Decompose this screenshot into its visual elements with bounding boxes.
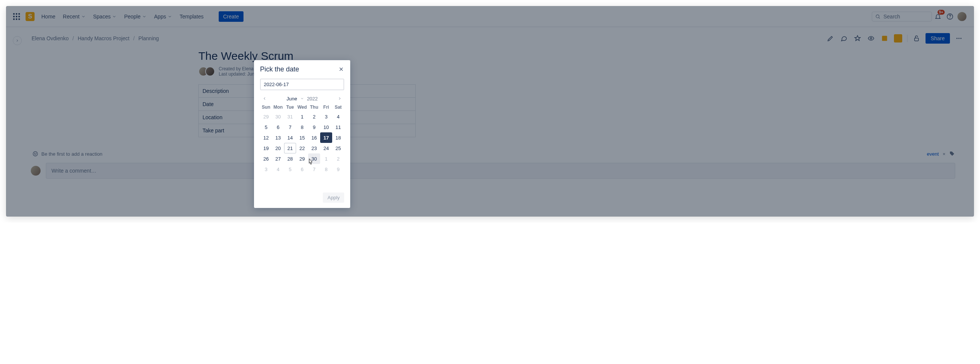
nav-apps[interactable]: Apps (154, 14, 172, 19)
create-button[interactable]: Create (219, 11, 243, 22)
app-switcher-icon[interactable] (12, 12, 21, 21)
calendar-day[interactable]: 20 (272, 143, 284, 153)
restrictions-button[interactable] (912, 34, 921, 43)
calendar-day[interactable]: 8 (296, 122, 308, 133)
nav-templates[interactable]: Templates (180, 14, 204, 19)
comment-input[interactable]: Write a comment… (46, 163, 955, 179)
prev-month-button[interactable] (260, 94, 269, 103)
watch-button[interactable] (867, 34, 875, 43)
chevron-right-icon (15, 39, 19, 43)
edit-button[interactable] (826, 34, 835, 43)
calendar-day[interactable]: 24 (320, 143, 332, 153)
calendar-day[interactable]: 6 (272, 122, 284, 133)
profile-avatar[interactable] (956, 11, 968, 22)
avatar (205, 67, 215, 76)
calendar-day[interactable]: 3 (260, 164, 272, 174)
svg-rect-1 (16, 13, 17, 15)
expand-sidebar-button[interactable] (13, 36, 22, 45)
month-select[interactable]: June (286, 96, 297, 102)
breadcrumb-item-2[interactable]: Planning (138, 35, 159, 42)
calendar-day[interactable]: 28 (284, 153, 296, 164)
calendar-day[interactable]: 29 (260, 111, 272, 122)
calendar-day[interactable]: 30 (272, 111, 284, 122)
calendar-day[interactable]: 13 (272, 133, 284, 143)
calendar-day[interactable]: 1 (296, 111, 308, 122)
site-logo[interactable]: S (25, 12, 35, 21)
help-button[interactable] (944, 11, 956, 22)
dow-header: Wed (296, 105, 308, 110)
nav-spaces[interactable]: Spaces (93, 14, 117, 19)
calendar-day[interactable]: 26 (260, 153, 272, 164)
calendar-day[interactable]: 9 (308, 122, 320, 133)
tag-event[interactable]: event (927, 151, 939, 157)
calendar-day[interactable]: 18 (332, 133, 344, 143)
calendar-day[interactable]: 7 (308, 164, 320, 174)
more-actions-button[interactable] (955, 34, 964, 43)
nav-recent[interactable]: Recent (63, 14, 85, 19)
share-button[interactable]: Share (926, 33, 950, 44)
modal-close-button[interactable] (338, 66, 344, 73)
calendar-day[interactable]: 7 (284, 122, 296, 133)
star-button[interactable] (853, 34, 862, 43)
svg-point-9 (876, 15, 879, 18)
contributor-avatars[interactable] (199, 67, 215, 76)
calendar-day[interactable]: 3 (320, 111, 332, 122)
macro-button[interactable] (880, 34, 889, 43)
close-icon (338, 66, 344, 72)
search-input[interactable]: Search (872, 12, 932, 21)
calendar-day[interactable]: 14 (284, 133, 296, 143)
calendar-day[interactable]: 6 (296, 164, 308, 174)
comment-button[interactable] (840, 34, 848, 43)
calendar-day[interactable]: 1 (320, 153, 332, 164)
calendar-day[interactable]: 2 (332, 153, 344, 164)
pencil-icon (827, 35, 834, 42)
svg-rect-15 (914, 38, 918, 41)
chevron-right-icon (337, 96, 342, 101)
apply-button[interactable]: Apply (323, 193, 344, 203)
calendar-day[interactable]: 31 (284, 111, 296, 122)
calendar-day[interactable]: 22 (296, 143, 308, 153)
add-reaction[interactable]: Be the first to add a reaction (32, 151, 103, 157)
nav-people[interactable]: People (124, 14, 146, 19)
calendar-day[interactable]: 11 (332, 122, 344, 133)
calendar-day[interactable]: 10 (320, 122, 332, 133)
breadcrumb-item-0[interactable]: Elena Ovdienko (32, 35, 69, 42)
calendar-day[interactable]: 21 (284, 143, 296, 153)
nav-home[interactable]: Home (41, 14, 55, 19)
svg-point-18 (961, 38, 962, 39)
tag-icon[interactable] (949, 151, 955, 157)
svg-rect-6 (13, 18, 15, 20)
svg-point-13 (870, 38, 872, 40)
calendar-day[interactable]: 29 (296, 153, 308, 164)
svg-point-16 (956, 38, 958, 39)
calendar-day[interactable]: 2 (308, 111, 320, 122)
svg-rect-3 (13, 16, 15, 17)
modal-title: Pick the date (260, 65, 299, 73)
breadcrumb-item-1[interactable]: Handy Macros Project (78, 35, 130, 42)
calendar-day[interactable]: 8 (320, 164, 332, 174)
calendar-day[interactable]: 9 (332, 164, 344, 174)
date-input[interactable] (260, 78, 344, 90)
tag-remove[interactable]: × (942, 151, 945, 157)
calendar-day[interactable]: 5 (284, 164, 296, 174)
calendar-day[interactable]: 4 (332, 111, 344, 122)
calendar-day[interactable]: 27 (272, 153, 284, 164)
calendar-day[interactable]: 12 (260, 133, 272, 143)
calendar-day[interactable]: 19 (260, 143, 272, 153)
notifications-button[interactable]: 9+ (932, 11, 944, 22)
calendar-day[interactable]: 17 (320, 133, 332, 143)
search-placeholder: Search (883, 14, 900, 19)
calendar-day[interactable]: 25 (332, 143, 344, 153)
calendar-day[interactable]: 30 (308, 153, 320, 164)
calendar-day[interactable]: 15 (296, 133, 308, 143)
calendar-day[interactable]: 23 (308, 143, 320, 153)
next-month-button[interactable] (335, 94, 344, 103)
svg-point-20 (34, 153, 35, 153)
calendar-day[interactable]: 4 (272, 164, 284, 174)
calendar-day[interactable]: 16 (308, 133, 320, 143)
reaction-prompt-text: Be the first to add a reaction (41, 151, 103, 157)
chevron-down-icon (300, 97, 304, 101)
calendar-day[interactable]: 5 (260, 122, 272, 133)
page-content: The Weekly Scrum Created by Elena Ovdien… (6, 49, 974, 137)
app-button[interactable] (894, 34, 903, 43)
